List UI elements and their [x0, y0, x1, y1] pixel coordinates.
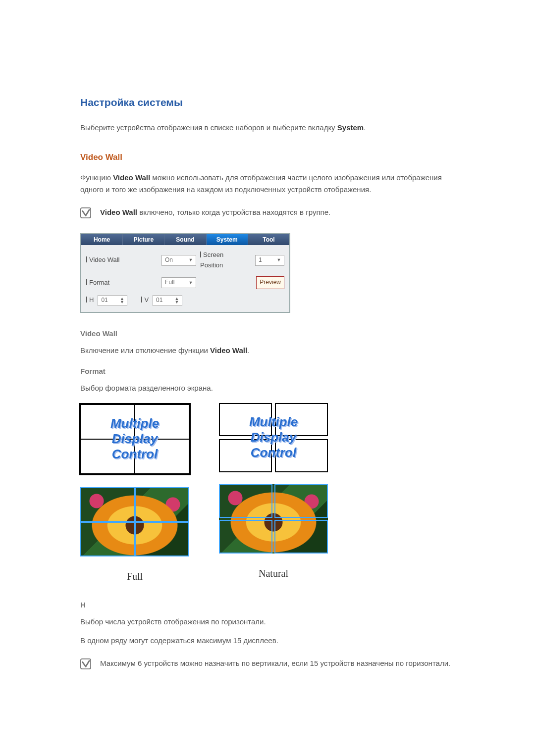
- panel-label-screenpos-text: Screen Position: [200, 251, 223, 269]
- subhead-format: Format: [80, 365, 456, 377]
- panel-label-v-text: V: [144, 296, 149, 303]
- wall-grid-natural-photo: [219, 484, 328, 554]
- panel-spinner-h[interactable]: 01 ▲▼: [98, 295, 127, 306]
- panel-label-h-text: H: [89, 296, 94, 303]
- tab-system[interactable]: System: [207, 234, 248, 245]
- section-title-videowall: Video Wall: [80, 151, 456, 164]
- note1-suffix: включено, только когда устройства находя…: [137, 208, 330, 216]
- chevron-down-icon: ▼: [275, 255, 283, 265]
- panel-label-videowall: Video Wall: [86, 255, 119, 265]
- panel-label-format: Format: [86, 278, 109, 288]
- page-title: Настройка системы: [80, 94, 456, 111]
- wall-grid-full-photo: [80, 487, 189, 556]
- chevron-down-icon: ▼: [187, 278, 195, 288]
- intro-paragraph: Выберите устройства отображения в списке…: [80, 122, 456, 134]
- videowall-description: Функцию Video Wall можно использовать дл…: [80, 172, 456, 196]
- panel-tabstrip: Home Picture Sound System Tool: [81, 234, 289, 245]
- format-col-natural: Multiple Display Control Natural: [219, 403, 328, 584]
- note-row-2: Максимум 6 устройств можно назначить по …: [80, 657, 456, 676]
- format-name-natural: Natural: [259, 565, 288, 581]
- panel-label-v: V: [141, 295, 149, 305]
- format-name-full: Full: [127, 568, 143, 584]
- sub-videowall-text: Включение или отключение функции Video W…: [80, 345, 456, 356]
- videowall-desc-prefix: Функцию: [80, 173, 113, 182]
- panel-select-format-value: Full: [165, 278, 174, 287]
- stepper-icon: ▲▼: [173, 296, 181, 305]
- note-icon: [80, 658, 91, 669]
- tab-home[interactable]: Home: [81, 234, 123, 245]
- preview-button[interactable]: Preview: [256, 276, 284, 289]
- chevron-down-icon: ▼: [187, 255, 195, 265]
- tab-tool[interactable]: Tool: [248, 234, 289, 245]
- panel-select-screenpos[interactable]: 1 ▼: [255, 255, 284, 266]
- panel-spinner-v[interactable]: 01 ▲▼: [153, 295, 182, 306]
- panel-label-h: H: [86, 295, 94, 305]
- panel-select-videowall[interactable]: On ▼: [161, 255, 196, 266]
- panel-label-screenpos: Screen Position: [200, 250, 247, 271]
- settings-panel: Home Picture Sound System Tool Video Wal…: [80, 233, 290, 313]
- note-icon: [80, 207, 91, 218]
- videowall-desc-bold: Video Wall: [113, 173, 150, 182]
- panel-label-videowall-text: Video Wall: [89, 256, 119, 263]
- panel-spinner-v-value: 01: [156, 296, 162, 305]
- tab-picture[interactable]: Picture: [123, 234, 164, 245]
- note-1-text: Video Wall включено, только когда устрой…: [100, 206, 456, 218]
- intro-prefix: Выберите устройства отображения в списке…: [80, 123, 337, 132]
- subhead-videowall: Video Wall: [80, 328, 456, 340]
- page: Настройка системы Выберите устройства от…: [0, 0, 535, 756]
- note-2-text: Максимум 6 устройств можно назначить по …: [100, 657, 456, 669]
- sub-format-text: Выбор формата разделенного экрана.: [80, 382, 456, 394]
- sub-h-text1: Выбор числа устройств отображения по гор…: [80, 616, 456, 628]
- panel-spinner-h-value: 01: [101, 296, 107, 305]
- wall-grid-natural-text: Multiple Display Control: [219, 403, 328, 472]
- panel-select-screenpos-value: 1: [259, 255, 262, 265]
- panel-body: Video Wall On ▼ Screen Position 1 ▼: [81, 245, 289, 312]
- panel-select-videowall-value: On: [165, 255, 173, 265]
- subhead-h: H: [80, 599, 456, 611]
- note1-bold: Video Wall: [100, 208, 137, 216]
- sub-vw-bold: Video Wall: [210, 346, 247, 354]
- sub-vw-suffix: .: [247, 346, 249, 354]
- tab-sound[interactable]: Sound: [164, 234, 206, 245]
- note-row-1: Video Wall включено, только когда устрой…: [80, 206, 456, 225]
- wall-grid-full-text: Multiple Display Control: [79, 403, 191, 475]
- format-illustration-row: Multiple Display Control Full: [80, 403, 456, 584]
- panel-select-format[interactable]: Full ▼: [161, 277, 196, 288]
- sub-vw-prefix: Включение или отключение функции: [80, 346, 210, 354]
- intro-bold: System: [337, 123, 364, 132]
- format-col-full: Multiple Display Control Full: [80, 403, 189, 584]
- panel-label-format-text: Format: [89, 279, 109, 286]
- sub-h-text2: В одном ряду могут содержаться максимум …: [80, 635, 456, 647]
- intro-suffix: .: [364, 123, 366, 132]
- stepper-icon: ▲▼: [118, 296, 126, 305]
